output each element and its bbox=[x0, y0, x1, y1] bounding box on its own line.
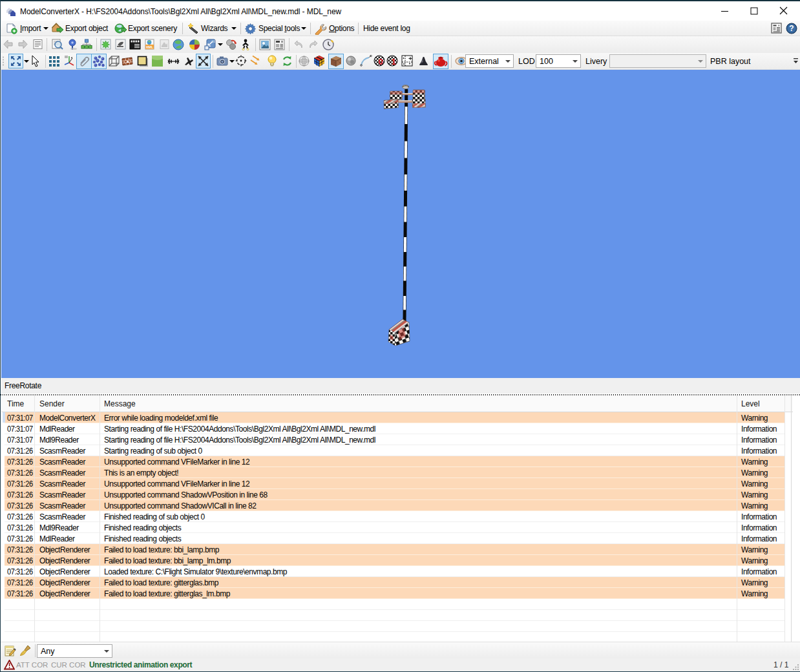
svg-text:XML: XML bbox=[146, 45, 154, 49]
svg-text:0: 0 bbox=[378, 57, 383, 67]
svg-text:?: ? bbox=[789, 24, 794, 33]
svg-text:1: 1 bbox=[391, 57, 395, 67]
